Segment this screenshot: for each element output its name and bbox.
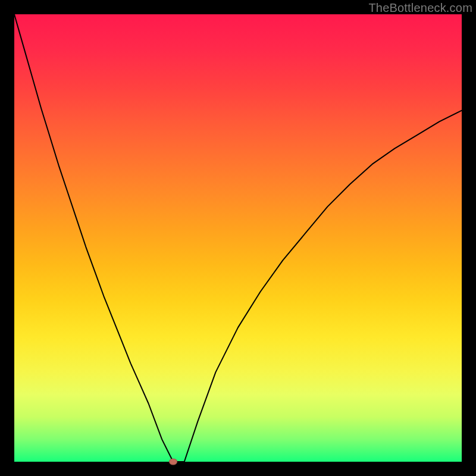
bottleneck-curve — [14, 14, 462, 462]
watermark-text: TheBottleneck.com — [368, 1, 472, 15]
plot-area — [14, 14, 462, 462]
minimum-marker — [169, 459, 177, 465]
curve-svg — [14, 14, 462, 462]
chart-frame: TheBottleneck.com — [0, 0, 476, 476]
